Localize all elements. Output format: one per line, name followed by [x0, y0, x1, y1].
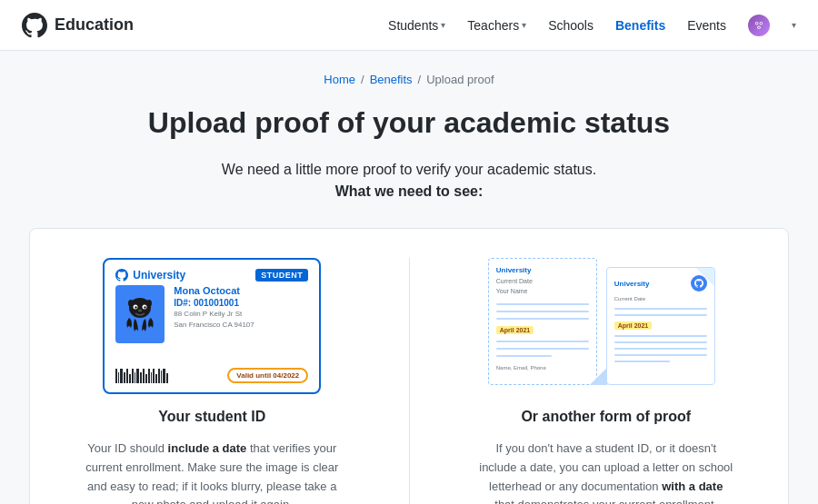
- svg-point-12: [135, 306, 137, 308]
- section-divider: [409, 258, 410, 504]
- student-id-section: University STUDENT: [52, 258, 373, 504]
- breadcrumb-sep-2: /: [418, 73, 422, 86]
- breadcrumb-sep-1: /: [361, 73, 364, 86]
- letter-doc-2-title: University: [614, 280, 650, 288]
- id-card-address-line1: 88 Colin P Kelly Jr St: [174, 310, 254, 319]
- subtitle-line2: What we need to see:: [335, 183, 484, 199]
- letter-line-2: [496, 311, 589, 312]
- nav-students[interactable]: Students ▾: [388, 18, 445, 33]
- avatar-icon: [753, 19, 765, 32]
- svg-point-3: [756, 22, 758, 24]
- letter-doc-2-line-5: [614, 348, 707, 350]
- letter-doc-2-line-7: [614, 361, 670, 362]
- letter-highlight-1: April 2021: [496, 326, 534, 334]
- letter-doc-2-date-label: Current Date: [614, 296, 707, 301]
- letter-doc-1-title: University: [496, 266, 589, 274]
- id-card-photo: [115, 285, 165, 343]
- letter-illustration: University Current Date Your Name April …: [488, 258, 724, 394]
- letter-section-title: Or another form of proof: [521, 409, 691, 425]
- proof-card: University STUDENT: [29, 228, 789, 504]
- octocat-avatar-icon: [118, 288, 162, 341]
- barcode-icon: [115, 369, 168, 383]
- breadcrumb-benefits[interactable]: Benefits: [370, 73, 413, 86]
- letter-line-5: [496, 348, 589, 350]
- avatar-chevron-icon: ▾: [792, 20, 796, 30]
- teachers-chevron-icon: ▾: [522, 20, 526, 30]
- id-card-github-icon: [115, 269, 128, 282]
- letter-doc-2-line-4: [614, 341, 707, 343]
- site-title: Education: [55, 15, 134, 35]
- letter-doc-2-github-icon: [694, 279, 703, 288]
- letter-line-1: [496, 303, 589, 305]
- id-card-logo-row: University: [115, 269, 185, 282]
- svg-point-9: [146, 300, 152, 307]
- letter-doc-1: University Current Date Your Name April …: [488, 258, 597, 385]
- svg-point-5: [758, 26, 760, 28]
- letter-doc-2-line-3: [614, 335, 707, 337]
- nav-benefits[interactable]: Benefits: [615, 18, 665, 33]
- id-card-header: University STUDENT: [115, 269, 308, 282]
- navbar-right: Students ▾ Teachers ▾ Schools Benefits E…: [388, 15, 796, 36]
- id-card-body: Mona Octocat ID#: 001001001 88 Colin P K…: [115, 285, 308, 361]
- svg-point-8: [128, 300, 134, 307]
- page-title: Upload proof of your academic status: [29, 104, 789, 141]
- nav-events[interactable]: Events: [687, 18, 726, 33]
- navbar: Education Students ▾ Teachers ▾ Schools …: [0, 0, 818, 51]
- main-content: Home / Benefits / Upload proof Upload pr…: [0, 51, 818, 504]
- letter-doc-2-line-2: [614, 314, 707, 316]
- id-card-university-name: University: [133, 269, 185, 282]
- id-card-name: Mona Octocat: [174, 285, 254, 296]
- page-subtitle: We need a little more proof to verify yo…: [29, 159, 789, 203]
- id-card-info: Mona Octocat ID#: 001001001 88 Colin P K…: [174, 285, 254, 331]
- id-card-barcode-row: Valid until 04/2022: [115, 368, 308, 383]
- letter-doc-1-footer: Name, Email, Phone: [496, 365, 589, 371]
- letter-line-4: [496, 341, 589, 342]
- id-card-address-line2: San Francisco CA 94107: [174, 321, 254, 330]
- letter-section: University Current Date Your Name April …: [446, 258, 767, 504]
- letter-doc-1-name: Your Name: [496, 288, 589, 294]
- letter-section-desc: If you don't have a student ID, or it do…: [479, 440, 733, 504]
- id-card-number: ID#: 001001001: [174, 298, 254, 308]
- students-chevron-icon: ▾: [441, 20, 445, 30]
- id-card-illustration: University STUDENT: [103, 258, 321, 394]
- letter-doc-2-line-1: [614, 308, 707, 310]
- letter-doc-1-date: Current Date: [496, 278, 589, 284]
- id-card-section-desc: Your ID should include a date that verif…: [85, 440, 339, 504]
- letter-doc-2-line-6: [614, 354, 707, 356]
- svg-point-14: [138, 310, 142, 311]
- letter-doc-2: University Current Date April 2021: [606, 267, 715, 385]
- id-card-valid-date: Valid until 04/2022: [227, 368, 308, 383]
- breadcrumb: Home / Benefits / Upload proof: [29, 73, 789, 86]
- letter-line-3: [496, 318, 589, 320]
- id-card-student-badge: STUDENT: [255, 269, 308, 282]
- subtitle-line1: We need a little more proof to verify yo…: [29, 159, 789, 181]
- user-avatar[interactable]: [748, 15, 770, 36]
- nav-teachers[interactable]: Teachers ▾: [467, 18, 526, 33]
- breadcrumb-current: Upload proof: [426, 73, 494, 86]
- svg-point-4: [760, 22, 762, 24]
- letter-doc-2-logo: [691, 275, 707, 292]
- letter-line-6: [496, 355, 552, 357]
- letter-highlight-2: April 2021: [614, 321, 652, 330]
- nav-schools[interactable]: Schools: [548, 18, 594, 33]
- navbar-left: Education: [22, 13, 134, 38]
- breadcrumb-home[interactable]: Home: [324, 73, 355, 86]
- letter-doc-2-header: University: [614, 275, 707, 292]
- id-card-section-title: Your student ID: [158, 409, 265, 425]
- github-logo-icon: [22, 13, 47, 38]
- svg-point-13: [145, 306, 146, 308]
